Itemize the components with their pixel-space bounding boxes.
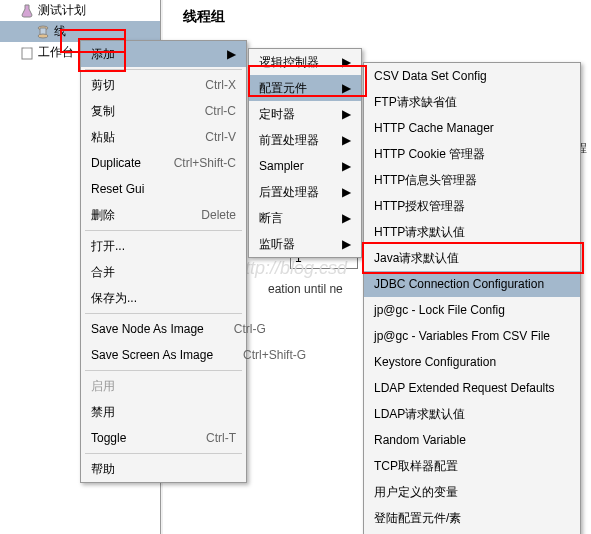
clipboard-icon (20, 46, 34, 60)
menu-separator (85, 313, 242, 314)
arrow-right-icon: ▶ (342, 133, 351, 147)
arrow-right-icon: ▶ (342, 237, 351, 251)
config-csv[interactable]: CSV Data Set Config (364, 63, 580, 89)
menu-disable[interactable]: 禁用 (81, 399, 246, 425)
svg-rect-4 (24, 47, 30, 49)
menu-save-screen-image[interactable]: Save Screen As ImageCtrl+Shift-G (81, 342, 246, 368)
tree-thread-group[interactable]: 线 (0, 21, 160, 42)
svg-point-2 (38, 34, 48, 38)
config-http-header[interactable]: HTTP信息头管理器 (364, 167, 580, 193)
main-title: 线程组 (163, 0, 591, 34)
submenu-preprocessor[interactable]: 前置处理器▶ (249, 127, 361, 153)
config-jdbc[interactable]: JDBC Connection Configuration (364, 271, 580, 297)
menu-separator (85, 69, 242, 70)
menu-separator (85, 230, 242, 231)
bg-creation-partial: eation until ne (268, 282, 343, 296)
config-ldap-defaults[interactable]: LDAP请求默认值 (364, 401, 580, 427)
config-http-cookie[interactable]: HTTP Cookie 管理器 (364, 141, 580, 167)
menu-separator (85, 453, 242, 454)
config-tcp[interactable]: TCP取样器配置 (364, 453, 580, 479)
submenu-logic-controller[interactable]: 逻辑控制器▶ (249, 49, 361, 75)
add-submenu: 逻辑控制器▶ 配置元件▶ 定时器▶ 前置处理器▶ Sampler▶ 后置处理器▶… (248, 48, 362, 258)
menu-merge[interactable]: 合并 (81, 259, 246, 285)
arrow-right-icon: ▶ (342, 81, 351, 95)
config-java-defaults[interactable]: Java请求默认值 (364, 245, 580, 271)
tree-root-label: 测试计划 (38, 2, 86, 19)
config-random-var[interactable]: Random Variable (364, 427, 580, 453)
config-keystore[interactable]: Keystore Configuration (364, 349, 580, 375)
submenu-postprocessor[interactable]: 后置处理器▶ (249, 179, 361, 205)
menu-separator (85, 370, 242, 371)
menu-open[interactable]: 打开... (81, 233, 246, 259)
menu-enable[interactable]: 启用 (81, 373, 246, 399)
menu-add[interactable]: 添加 ▶ (81, 41, 246, 67)
config-user-vars[interactable]: 用户定义的变量 (364, 479, 580, 505)
arrow-right-icon: ▶ (342, 107, 351, 121)
arrow-right-icon: ▶ (342, 159, 351, 173)
tree-node2-label: 工作台 (38, 44, 74, 61)
tree-node1-label: 线 (54, 23, 66, 40)
config-lock-file[interactable]: jp@gc - Lock File Config (364, 297, 580, 323)
svg-rect-3 (22, 48, 32, 59)
menu-save-as[interactable]: 保存为... (81, 285, 246, 311)
submenu-listener[interactable]: 监听器▶ (249, 231, 361, 257)
flask-icon (20, 4, 34, 18)
config-ldap-ext[interactable]: LDAP Extended Request Defaults (364, 375, 580, 401)
config-ftp[interactable]: FTP请求缺省值 (364, 89, 580, 115)
menu-save-node-image[interactable]: Save Node As ImageCtrl-G (81, 316, 246, 342)
arrow-right-icon: ▶ (342, 185, 351, 199)
menu-toggle[interactable]: ToggleCtrl-T (81, 425, 246, 451)
arrow-right-icon: ▶ (342, 211, 351, 225)
spool-icon (36, 25, 50, 39)
submenu-config-element[interactable]: 配置元件▶ (249, 75, 361, 101)
tree-root[interactable]: 测试计划 (0, 0, 160, 21)
config-http-auth[interactable]: HTTP授权管理器 (364, 193, 580, 219)
context-menu: 添加 ▶ 剪切Ctrl-X 复制Ctrl-C 粘贴Ctrl-V Duplicat… (80, 40, 247, 483)
arrow-right-icon: ▶ (342, 55, 351, 69)
arrow-right-icon: ▶ (227, 47, 236, 61)
menu-cut[interactable]: 剪切Ctrl-X (81, 72, 246, 98)
config-http-cache[interactable]: HTTP Cache Manager (364, 115, 580, 141)
menu-copy[interactable]: 复制Ctrl-C (81, 98, 246, 124)
menu-delete[interactable]: 删除Delete (81, 202, 246, 228)
menu-duplicate[interactable]: DuplicateCtrl+Shift-C (81, 150, 246, 176)
config-vars-csv[interactable]: jp@gc - Variables From CSV File (364, 323, 580, 349)
submenu-timer[interactable]: 定时器▶ (249, 101, 361, 127)
menu-reset-gui[interactable]: Reset Gui (81, 176, 246, 202)
menu-help[interactable]: 帮助 (81, 456, 246, 482)
config-http-defaults[interactable]: HTTP请求默认值 (364, 219, 580, 245)
submenu-sampler[interactable]: Sampler▶ (249, 153, 361, 179)
watermark-text: http://blog.csd (235, 258, 347, 279)
config-login[interactable]: 登陆配置元件/素 (364, 505, 580, 531)
menu-paste[interactable]: 粘贴Ctrl-V (81, 124, 246, 150)
config-element-submenu: CSV Data Set Config FTP请求缺省值 HTTP Cache … (363, 62, 581, 534)
submenu-assertion[interactable]: 断言▶ (249, 205, 361, 231)
